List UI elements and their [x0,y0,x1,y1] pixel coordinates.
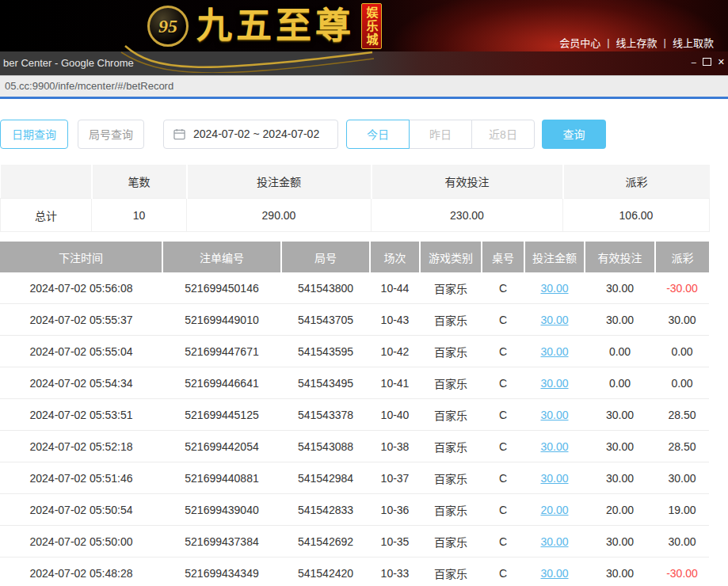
col-header-game-type: 游戏类别 [420,242,482,272]
cell-table-no: C [482,336,524,367]
cell-game-type: 百家乐 [420,526,482,557]
cell-session: 10-41 [370,367,420,399]
cell-payout: 30.00 [655,304,709,336]
cell-bet-amount[interactable]: 30.00 [524,399,585,431]
cell-table-no: C [482,367,524,399]
nav-online-withdraw[interactable]: 线上取款 [673,35,714,50]
cell-payout: 30.00 [655,462,709,494]
table-row: 2024-07-02 05:51:46521699440881541542984… [0,462,709,494]
cell-bet-amount[interactable]: 30.00 [524,272,585,304]
col-header-bet-time: 下注时间 [0,242,162,272]
cell-bet-time: 2024-07-02 05:50:00 [0,526,162,557]
summary-row: 总计 10 290.00 230.00 106.00 [1,199,710,232]
cell-game-type: 百家乐 [420,367,482,399]
cell-order-no: 521699449010 [162,304,281,336]
top-chrome: 95 九五至尊 娱乐城 会员中心 | 线上存款 | 线上取款 ber Cente… [0,0,728,99]
date-query-tab[interactable]: 日期查询 [0,120,68,149]
cell-bet-amount[interactable]: 30.00 [524,526,585,557]
cell-game-type: 百家乐 [420,431,482,462]
cell-bet-amount[interactable]: 30.00 [524,336,585,367]
cell-round-no: 541543378 [281,399,370,431]
cell-order-no: 521699450146 [162,272,281,304]
date-range-value: 2024-07-02 ~ 2024-07-02 [193,127,319,140]
bet-table-body: 2024-07-02 05:56:08521699450146541543800… [0,272,709,586]
nav-online-deposit[interactable]: 线上存款 [616,35,657,50]
search-button[interactable]: 查询 [542,120,606,149]
cell-valid-bet: 30.00 [585,304,655,336]
col-header-table-no: 桌号 [482,242,524,272]
logo-coin-icon: 95 [147,6,189,47]
cell-bet-amount[interactable]: 30.00 [524,462,585,494]
bet-record-table: 下注时间 注单编号 局号 场次 游戏类别 桌号 投注金额 有效投注 派彩 202… [0,242,709,586]
cell-table-no: C [482,304,524,336]
cell-game-type: 百家乐 [420,494,482,526]
calendar-icon [173,128,185,140]
cell-session: 10-36 [370,494,420,526]
col-header-session: 场次 [370,242,420,272]
summary-col-bet-amount: 投注金额 [187,165,372,199]
summary-col-payout: 派彩 [563,165,710,199]
nav-separator: | [664,36,666,48]
quick-today-button[interactable]: 今日 [346,120,410,149]
summary-total-label: 总计 [1,199,92,232]
cell-session: 10-35 [370,526,420,557]
cell-bet-time: 2024-07-02 05:55:04 [0,336,162,367]
col-header-bet-amount: 投注金额 [524,242,585,272]
cell-session: 10-37 [370,462,420,494]
nav-member-center[interactable]: 会员中心 [559,35,600,50]
cell-game-type: 百家乐 [420,336,482,367]
summary-col-valid-bet: 有效投注 [372,165,563,199]
logo-coin-text: 95 [158,16,177,37]
quick-last8days-button[interactable]: 近8日 [471,120,535,149]
cell-order-no: 521699439040 [162,494,281,526]
summary-count-value: 10 [92,199,187,232]
col-header-order-no: 注单编号 [162,242,281,272]
bet-table-header-row: 下注时间 注单编号 局号 场次 游戏类别 桌号 投注金额 有效投注 派彩 [0,242,709,272]
window-controls: – ✕ [692,51,725,72]
cell-bet-amount[interactable]: 30.00 [524,367,585,399]
cell-order-no: 521699434349 [162,557,281,586]
cell-bet-time: 2024-07-02 05:52:18 [0,431,162,462]
cell-payout: -30.00 [655,557,709,586]
cell-bet-time: 2024-07-02 05:53:51 [0,399,162,431]
cell-valid-bet: 30.00 [585,399,655,431]
cell-bet-time: 2024-07-02 05:48:28 [0,557,162,586]
cell-payout: -30.00 [655,272,709,304]
minimize-icon[interactable]: – [692,58,696,67]
table-row: 2024-07-02 05:56:08521699450146541543800… [0,272,709,304]
cell-table-no: C [482,462,524,494]
cell-payout: 0.00 [655,336,709,367]
banner-nav: 会员中心 | 线上存款 | 线上取款 [553,35,720,50]
address-bar[interactable]: 05.cc:9900/infe/mcenter/#/betRecord [0,75,728,97]
quick-range-group: 今日 昨日 近8日 [346,120,535,149]
cell-order-no: 521699442054 [162,431,281,462]
maximize-icon[interactable] [703,58,711,66]
cell-session: 10-38 [370,431,420,462]
col-header-round-no: 局号 [281,242,370,272]
cell-round-no: 541542420 [281,557,370,586]
cell-bet-time: 2024-07-02 05:51:46 [0,462,162,494]
site-banner: 95 九五至尊 娱乐城 会员中心 | 线上存款 | 线上取款 [0,0,728,51]
col-header-valid-bet: 有效投注 [585,242,655,272]
round-query-tab[interactable]: 局号查询 [78,120,144,149]
cell-valid-bet: 0.00 [585,336,655,367]
summary-table: 笔数 投注金额 有效投注 派彩 总计 10 290.00 230.00 106.… [0,165,710,232]
cell-bet-amount[interactable]: 30.00 [524,557,585,586]
close-icon[interactable]: ✕ [718,58,725,67]
table-row: 2024-07-02 05:50:54521699439040541542833… [0,494,709,526]
cell-payout: 19.00 [655,494,709,526]
cell-order-no: 521699440881 [162,462,281,494]
site-title: 九五至尊 [196,4,355,48]
cell-bet-amount[interactable]: 30.00 [524,431,585,462]
cell-bet-amount[interactable]: 30.00 [524,304,585,336]
cell-round-no: 541543495 [281,367,370,399]
cell-bet-amount[interactable]: 20.00 [524,494,585,526]
window-title: ber Center - Google Chrome [0,57,134,69]
cell-valid-bet: 20.00 [585,494,655,526]
summary-col-empty [1,165,92,199]
cell-valid-bet: 30.00 [585,462,655,494]
cell-table-no: C [482,526,524,557]
summary-header-row: 笔数 投注金额 有效投注 派彩 [1,165,710,199]
date-range-picker[interactable]: 2024-07-02 ~ 2024-07-02 [163,120,338,149]
quick-yesterday-button[interactable]: 昨日 [409,120,472,149]
